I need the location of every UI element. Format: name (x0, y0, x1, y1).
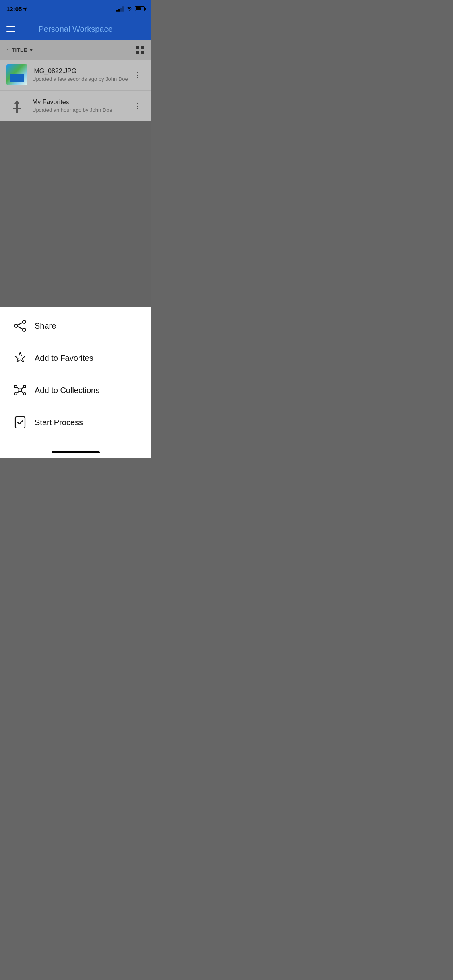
app-header: Personal Workspace (0, 18, 151, 40)
overlay-background (0, 121, 151, 307)
svg-rect-2 (141, 46, 144, 49)
svg-point-5 (23, 320, 26, 323)
grid-icon (136, 45, 145, 54)
share-label: Share (35, 321, 56, 331)
svg-line-8 (18, 323, 23, 325)
svg-marker-10 (15, 352, 25, 362)
star-icon (12, 350, 28, 366)
process-icon (12, 414, 28, 430)
more-options-button[interactable]: ⋮ (130, 98, 145, 113)
add-to-favorites-menu-item[interactable]: Add to Favorites (0, 342, 151, 374)
svg-point-7 (14, 324, 18, 327)
file-name: My Favorites (32, 99, 130, 106)
add-to-collections-label: Add to Collections (35, 386, 99, 395)
svg-marker-0 (23, 7, 27, 11)
folder-icon-placeholder (6, 95, 27, 116)
add-to-collections-menu-item[interactable]: Add to Collections (0, 374, 151, 406)
svg-point-15 (23, 393, 26, 395)
file-info: IMG_0822.JPG Updated a few seconds ago b… (32, 68, 130, 82)
collections-icon (12, 382, 28, 398)
file-meta: Updated an hour ago by John Doe (32, 107, 130, 113)
svg-point-12 (14, 385, 17, 388)
svg-rect-3 (136, 51, 139, 54)
share-icon (12, 318, 28, 334)
home-indicator (0, 448, 151, 458)
svg-line-16 (17, 387, 19, 389)
header-title: Personal Workspace (38, 25, 112, 34)
svg-line-19 (21, 391, 24, 393)
sort-control[interactable]: ↑ TITLE ▾ (6, 47, 33, 53)
svg-line-9 (18, 327, 23, 329)
add-to-favorites-label: Add to Favorites (35, 354, 93, 363)
share-menu-item[interactable]: Share (0, 310, 151, 342)
hamburger-menu-button[interactable] (6, 26, 15, 32)
battery-icon (135, 6, 145, 11)
svg-rect-1 (136, 46, 139, 49)
svg-line-18 (17, 391, 19, 393)
svg-point-14 (14, 393, 17, 395)
svg-rect-20 (15, 417, 25, 428)
start-process-label: Start Process (35, 418, 83, 427)
signal-icon (116, 6, 124, 12)
sort-direction-icon: ↑ (6, 47, 9, 53)
sort-field-label: TITLE (12, 47, 27, 53)
file-thumbnail (6, 64, 27, 85)
file-list: IMG_0822.JPG Updated a few seconds ago b… (0, 60, 151, 121)
sort-bar: ↑ TITLE ▾ (0, 40, 151, 60)
bottom-sheet: Share Add to Favorites Add to Coll (0, 307, 151, 448)
file-item[interactable]: IMG_0822.JPG Updated a few seconds ago b… (0, 60, 151, 91)
grid-view-button[interactable] (136, 45, 145, 54)
svg-point-13 (23, 385, 26, 388)
home-bar (52, 451, 100, 453)
sort-dropdown-icon: ▾ (30, 47, 33, 53)
file-item[interactable]: My Favorites Updated an hour ago by John… (0, 91, 151, 121)
svg-line-17 (21, 387, 24, 389)
svg-rect-4 (141, 51, 144, 54)
wifi-icon (126, 6, 132, 11)
file-name: IMG_0822.JPG (32, 68, 130, 75)
svg-point-6 (23, 328, 26, 331)
status-icons (116, 6, 145, 12)
pin-icon (9, 98, 25, 113)
status-bar: 12:05 (0, 0, 151, 18)
file-info: My Favorites Updated an hour ago by John… (32, 99, 130, 113)
location-icon (23, 7, 27, 11)
start-process-menu-item[interactable]: Start Process (0, 406, 151, 439)
more-options-button[interactable]: ⋮ (130, 67, 145, 82)
file-meta: Updated a few seconds ago by John Doe (32, 76, 130, 82)
status-time: 12:05 (6, 6, 27, 12)
